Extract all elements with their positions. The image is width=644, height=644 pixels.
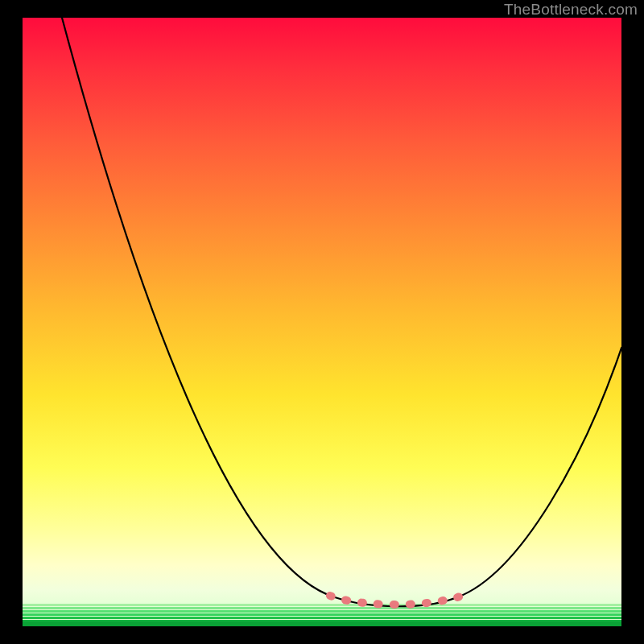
- plot-area: [23, 18, 621, 626]
- dotted-valley-marker: [330, 594, 467, 605]
- bottleneck-curve: [62, 18, 621, 606]
- watermark-text: TheBottleneck.com: [504, 1, 638, 19]
- curve-svg: [23, 18, 621, 626]
- chart-frame: TheBottleneck.com: [0, 0, 644, 644]
